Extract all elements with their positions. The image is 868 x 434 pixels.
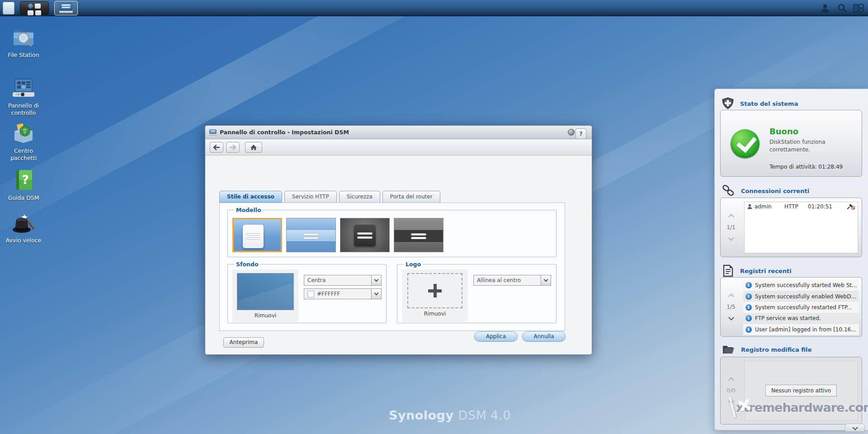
dropdown-arrow-icon[interactable] bbox=[541, 275, 551, 285]
search-icon[interactable] bbox=[836, 2, 848, 14]
package-center-icon bbox=[11, 121, 36, 145]
recent-logs-header: Registri recenti bbox=[722, 264, 792, 277]
control-panel-icon bbox=[59, 3, 73, 13]
page-down-icon[interactable] bbox=[728, 315, 734, 321]
disconnect-icon[interactable] bbox=[847, 203, 855, 210]
file-change-log-header: Registro modifica file bbox=[722, 344, 811, 355]
pager-label: 1/1 bbox=[726, 224, 735, 231]
log-row[interactable]: System successfully enabled WebD... bbox=[743, 291, 859, 302]
connection-row[interactable]: admin HTTP 01:20:51 bbox=[745, 202, 858, 211]
desktop-icon-package-center[interactable]: Centro pacchetti bbox=[2, 121, 45, 161]
system-health-card: Buono DiskStation funziona correttamente… bbox=[720, 110, 862, 177]
page-down-icon[interactable] bbox=[728, 235, 734, 241]
pager-label: 0/0 bbox=[726, 387, 735, 394]
window-titlebar[interactable]: Pannello di controllo - Impostazioni DSM bbox=[205, 126, 592, 139]
tab-porta-del-router[interactable]: Porta del router bbox=[382, 191, 440, 203]
minimize-button[interactable] bbox=[568, 129, 575, 136]
log-row[interactable]: System successfully restarted FTP... bbox=[743, 302, 859, 313]
log-list: System successfully started Web St... Sy… bbox=[743, 280, 859, 334]
window-icon bbox=[209, 129, 217, 135]
desktop: File Station Pannello di controllo bbox=[0, 0, 868, 434]
log-text: FTP service was started. bbox=[755, 315, 821, 321]
tab-stile-di-accesso[interactable]: Stile di accesso bbox=[219, 191, 282, 203]
connections-card: 1/1 admin HTTP 01:20:51 bbox=[720, 198, 862, 257]
template-dark-band[interactable] bbox=[394, 218, 443, 252]
site-watermark: xtremehardware.com bbox=[731, 397, 868, 418]
color-swatch bbox=[307, 291, 314, 297]
desktop-icon-label: Avvio veloce bbox=[2, 237, 45, 244]
template-blue-band[interactable] bbox=[286, 218, 336, 252]
log-row[interactable]: System successfully started Web St... bbox=[743, 280, 859, 291]
status-ok-icon bbox=[731, 129, 760, 158]
background-color-value: #FFFFFF bbox=[317, 291, 340, 297]
file-station-icon bbox=[11, 25, 36, 49]
widget-title: Stato del sistema bbox=[740, 100, 798, 107]
info-icon bbox=[745, 304, 752, 311]
desktop-icon-label: Centro pacchetti bbox=[2, 147, 45, 161]
widget-title: Connessioni correnti bbox=[741, 188, 809, 194]
user-menu-icon[interactable] bbox=[819, 2, 831, 14]
window-title: Pannello di controllo - Impostazioni DSM bbox=[220, 129, 349, 136]
log-text: System successfully enabled WebD... bbox=[755, 293, 856, 300]
version-text: DSM 4.0 bbox=[458, 408, 511, 422]
info-icon bbox=[745, 282, 752, 288]
template-dark-card[interactable] bbox=[340, 218, 390, 252]
page-up-icon[interactable] bbox=[728, 293, 734, 299]
panel-collapse-button[interactable] bbox=[845, 424, 865, 432]
dropdown-arrow-icon[interactable] bbox=[371, 289, 381, 299]
widget-title: Registro modifica file bbox=[741, 346, 811, 353]
cancel-button[interactable]: Annulla bbox=[522, 331, 566, 342]
remove-background-link[interactable]: Rimuovi bbox=[255, 312, 277, 319]
connections-header: Connessioni correnti bbox=[722, 185, 809, 197]
desktop-icon-dsm-help[interactable]: ? Guida DSM bbox=[2, 168, 45, 202]
background-thumbnail-tile: Rimuovi bbox=[232, 269, 298, 322]
tab-servizio-http[interactable]: Servizio HTTP bbox=[284, 191, 337, 203]
apply-button[interactable]: Applica bbox=[474, 331, 518, 342]
dropdown-arrow-icon[interactable] bbox=[371, 275, 381, 285]
background-color-select[interactable]: #FFFFFF bbox=[304, 288, 382, 299]
background-position-select[interactable]: Centra bbox=[304, 275, 382, 286]
tab-panel: Modello Sfondo bbox=[219, 203, 565, 331]
log-text: System successfully started Web St... bbox=[755, 282, 857, 288]
connection-user: admin bbox=[755, 203, 772, 210]
main-menu-button[interactable] bbox=[20, 1, 49, 15]
show-desktop-button[interactable] bbox=[3, 2, 14, 14]
desktop-icon-quick-start[interactable]: Avvio veloce bbox=[2, 211, 45, 244]
page-up-icon[interactable] bbox=[728, 377, 734, 383]
logo-align-select[interactable]: Allinea al centro bbox=[473, 275, 551, 286]
plus-icon bbox=[428, 284, 442, 297]
background-position-value: Centra bbox=[307, 277, 326, 283]
log-row[interactable]: FTP service was started. bbox=[743, 313, 859, 324]
folder-icon bbox=[722, 344, 735, 355]
shield-icon bbox=[722, 97, 734, 110]
template-blue-card[interactable] bbox=[232, 218, 282, 252]
background-image-thumbnail[interactable] bbox=[237, 273, 294, 310]
system-health-header: Stato del sistema bbox=[722, 97, 798, 110]
info-icon bbox=[745, 315, 752, 321]
forward-button[interactable] bbox=[226, 142, 240, 153]
desktop-icon-label: Guida DSM bbox=[2, 194, 45, 202]
tab-sicurezza[interactable]: Sicurezza bbox=[339, 191, 380, 203]
desktop-icon-control-panel[interactable]: Pannello di controllo bbox=[2, 76, 45, 116]
log-row[interactable]: User [admin] logged in from [10.16... bbox=[743, 324, 859, 335]
back-button[interactable] bbox=[210, 142, 223, 153]
remove-logo-link[interactable]: Rimuovi bbox=[424, 311, 446, 317]
help-button[interactable]: ? bbox=[576, 128, 586, 139]
uptime-text: Tempo di attività: 01:28:49 bbox=[769, 164, 843, 170]
status-description: DiskStation funziona correttamente. bbox=[769, 138, 851, 154]
pilot-view-icon[interactable] bbox=[853, 2, 864, 14]
svg-text:?: ? bbox=[22, 173, 28, 187]
brand-text: Synology bbox=[389, 408, 454, 422]
desktop-icon-label: File Station bbox=[2, 52, 45, 59]
info-icon bbox=[745, 293, 752, 300]
home-button[interactable] bbox=[245, 142, 262, 153]
menu-square-icon bbox=[35, 10, 41, 15]
preview-button[interactable]: Anteprima bbox=[223, 337, 264, 348]
modello-fieldset: Modello bbox=[227, 207, 557, 257]
taskbar-item-control-panel[interactable] bbox=[54, 1, 78, 15]
page-up-icon[interactable] bbox=[728, 214, 734, 220]
user-icon bbox=[747, 204, 752, 209]
logo-fieldset: Logo Rimuovi Allinea al centro bbox=[397, 261, 557, 323]
logo-upload-dropzone[interactable] bbox=[407, 273, 462, 308]
desktop-icon-file-station[interactable]: File Station bbox=[2, 25, 45, 59]
